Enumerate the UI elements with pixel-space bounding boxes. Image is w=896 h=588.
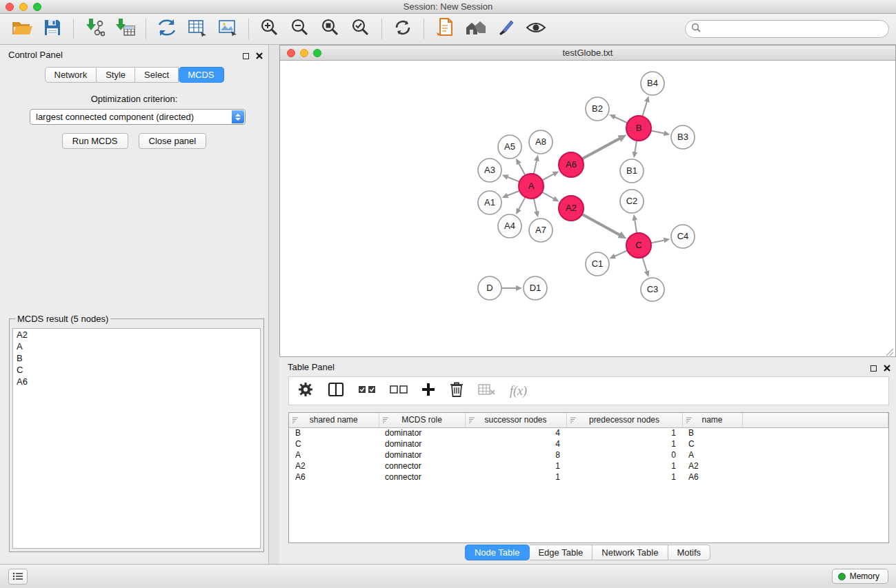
import-table-button[interactable] xyxy=(110,16,140,42)
close-panel-icon[interactable] xyxy=(256,50,263,62)
table-cell[interactable]: 8 xyxy=(465,449,566,460)
table-cell[interactable]: 1 xyxy=(465,472,566,483)
edge-A-A8[interactable] xyxy=(534,159,537,174)
table-cell[interactable]: A xyxy=(682,449,742,460)
edge-A-A1[interactable] xyxy=(506,191,519,196)
tab-network-table[interactable]: Network Table xyxy=(593,545,668,560)
edge-B-B2[interactable] xyxy=(614,116,628,123)
edge-C-C2[interactable] xyxy=(635,219,637,234)
run-mcds-button[interactable]: Run MCDS xyxy=(62,133,128,149)
zoom-in-button[interactable] xyxy=(255,16,285,42)
column-header-mcds-role[interactable]: MCDS role xyxy=(379,413,465,427)
mcds-result-item[interactable]: B xyxy=(13,352,260,364)
table-row[interactable]: Bdominator41B xyxy=(289,427,888,438)
node-A8[interactable]: A8 xyxy=(529,130,552,154)
export-image-button[interactable] xyxy=(212,16,243,42)
show-columns-button[interactable] xyxy=(328,381,344,401)
minimize-window-button[interactable] xyxy=(19,3,28,11)
tab-select[interactable]: Select xyxy=(135,67,179,83)
export-table-button[interactable] xyxy=(182,16,212,42)
node-B3[interactable]: B3 xyxy=(671,125,695,149)
home-button[interactable] xyxy=(460,16,490,42)
table-cell[interactable]: 1 xyxy=(566,438,682,449)
mcds-result-item[interactable]: C xyxy=(13,364,260,376)
edge-B-B4[interactable] xyxy=(642,101,647,116)
mcds-result-item[interactable]: A xyxy=(13,341,260,352)
node-C1[interactable]: C1 xyxy=(586,252,609,276)
table-cell[interactable]: A2 xyxy=(682,460,742,472)
select-all-button[interactable] xyxy=(358,381,376,401)
function-builder-button[interactable]: f(x) xyxy=(510,381,527,401)
column-header-shared-name[interactable]: shared name xyxy=(289,413,379,427)
table-cell[interactable]: A2 xyxy=(289,460,379,472)
clone-network-button[interactable] xyxy=(152,16,182,42)
tab-style[interactable]: Style xyxy=(97,67,135,83)
node-B1[interactable]: B1 xyxy=(620,159,644,183)
save-session-button[interactable] xyxy=(37,16,68,42)
toolbar-search[interactable] xyxy=(685,20,889,38)
node-A4[interactable]: A4 xyxy=(498,214,521,238)
node-A2[interactable]: A2 xyxy=(559,196,584,221)
style-brush-button[interactable] xyxy=(490,16,521,42)
table-settings-button[interactable] xyxy=(297,381,314,401)
column-header-name[interactable]: name xyxy=(682,413,742,427)
tab-mcds[interactable]: MCDS xyxy=(179,67,223,83)
mcds-result-item[interactable]: A2 xyxy=(13,329,260,341)
close-window-button[interactable] xyxy=(6,3,14,11)
close-panel-icon[interactable] xyxy=(884,362,890,374)
table-cell[interactable]: 1 xyxy=(566,427,682,438)
table-cell[interactable]: 1 xyxy=(465,460,566,472)
table-cell[interactable]: A6 xyxy=(289,472,379,483)
edge-C-C3[interactable] xyxy=(642,257,647,272)
table-cell[interactable]: dominator xyxy=(379,427,465,438)
table-cell[interactable]: B xyxy=(289,427,379,438)
table-cell[interactable]: C xyxy=(289,438,379,449)
table-cell[interactable]: A xyxy=(289,449,379,460)
edge-A-A7[interactable] xyxy=(534,199,537,213)
minimize-network-window-button[interactable] xyxy=(300,49,308,57)
node-D[interactable]: D xyxy=(478,276,501,300)
node-C[interactable]: C xyxy=(626,233,651,258)
table-cell[interactable]: C xyxy=(682,438,742,449)
edge-A6-B[interactable] xyxy=(582,138,621,159)
show-hide-button[interactable] xyxy=(521,16,551,42)
mcds-result-item[interactable]: A6 xyxy=(13,376,260,387)
edge-A2-C[interactable] xyxy=(582,214,621,236)
edge-A-A6[interactable] xyxy=(542,174,555,181)
table-cell[interactable]: B xyxy=(682,427,742,438)
node-A6[interactable]: A6 xyxy=(559,152,584,177)
resize-handle[interactable] xyxy=(886,347,894,355)
node-C2[interactable]: C2 xyxy=(620,190,644,213)
edge-B-B3[interactable] xyxy=(651,131,666,134)
close-network-window-button[interactable] xyxy=(287,49,295,57)
deselect-all-button[interactable] xyxy=(390,381,408,401)
edge-C-C1[interactable] xyxy=(614,250,628,256)
edge-C-C4[interactable] xyxy=(651,240,666,243)
network-window-titlebar[interactable]: testGlobe.txt xyxy=(280,45,895,61)
tab-edge-table[interactable]: Edge Table xyxy=(529,545,593,560)
search-input[interactable] xyxy=(704,24,883,34)
table-cell[interactable]: A6 xyxy=(682,472,742,483)
table-cell[interactable]: dominator xyxy=(379,438,465,449)
node-B4[interactable]: B4 xyxy=(641,72,664,95)
node-B2[interactable]: B2 xyxy=(586,97,609,121)
import-network-button[interactable] xyxy=(79,16,110,42)
table-cell[interactable]: dominator xyxy=(379,449,465,460)
node-A[interactable]: A xyxy=(519,174,544,199)
zoom-selected-button[interactable] xyxy=(346,16,376,42)
table-cell[interactable]: 4 xyxy=(465,427,566,438)
network-canvas[interactable]: B4B2BB3A5A8A6B1A3AC2A1A2A4A7C4CC1C3DD1 xyxy=(280,61,895,356)
edge-A-A5[interactable] xyxy=(518,163,525,175)
zoom-window-button[interactable] xyxy=(33,3,41,11)
tab-node-table[interactable]: Node Table xyxy=(465,545,530,560)
float-panel-icon[interactable] xyxy=(243,53,249,59)
edge-A-A3[interactable] xyxy=(506,176,519,181)
node-D1[interactable]: D1 xyxy=(524,276,547,300)
table-row[interactable]: A2connector11A2 xyxy=(289,460,888,472)
node-B[interactable]: B xyxy=(626,116,651,141)
node-C3[interactable]: C3 xyxy=(641,278,664,301)
close-panel-button[interactable]: Close panel xyxy=(139,133,207,149)
node-A3[interactable]: A3 xyxy=(478,159,501,182)
optimization-criterion-select[interactable]: largest connected component (directed) xyxy=(30,109,246,125)
table-cell[interactable]: 4 xyxy=(465,438,566,449)
